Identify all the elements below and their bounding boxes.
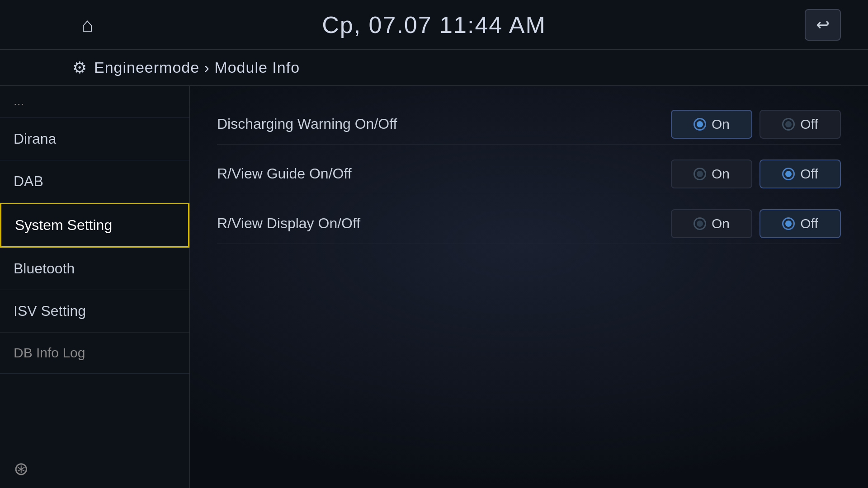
discharging-warning-label: Discharging Warning On/Off: [217, 116, 671, 132]
rview-display-off-button[interactable]: Off: [760, 209, 841, 238]
discharging-warning-off-label: Off: [800, 117, 818, 132]
discharging-warning-on-label: On: [712, 117, 730, 132]
sidebar-item-bluetooth[interactable]: Bluetooth: [0, 248, 189, 290]
rview-display-on-radio: [693, 217, 706, 230]
discharging-warning-on-button[interactable]: On: [671, 110, 752, 139]
discharging-warning-row: Discharging Warning On/Off On Off: [217, 104, 841, 145]
rview-guide-row: R/View Guide On/Off On Off: [217, 154, 841, 194]
rview-display-row: R/View Display On/Off On Off: [217, 203, 841, 244]
sidebar-item-system-setting[interactable]: System Setting: [0, 203, 189, 248]
rview-display-off-radio: [782, 217, 795, 230]
main-content: ··· Dirana DAB System Setting Bluetooth …: [0, 86, 868, 488]
breadcrumb: Engineermode › Module Info: [94, 59, 300, 76]
rview-display-off-label: Off: [800, 216, 818, 231]
top-bar: ⌂ Cp, 07.07 11:44 AM ↩: [0, 0, 868, 50]
sidebar: ··· Dirana DAB System Setting Bluetooth …: [0, 86, 190, 488]
gear-icon: ⚙: [72, 58, 87, 77]
discharging-warning-radio-group: On Off: [671, 110, 841, 139]
discharging-warning-off-radio: [782, 118, 795, 131]
rview-display-on-label: On: [712, 216, 730, 231]
discharging-warning-off-button[interactable]: Off: [760, 110, 841, 139]
rview-guide-on-button[interactable]: On: [671, 160, 752, 188]
rview-guide-radio-group: On Off: [671, 160, 841, 188]
sidebar-item-dirana[interactable]: Dirana: [0, 118, 189, 160]
bottom-left-icon: ⊛: [14, 458, 29, 479]
home-button[interactable]: ⌂: [81, 14, 94, 36]
sidebar-item-dab[interactable]: DAB: [0, 160, 189, 203]
sidebar-item-isv-setting[interactable]: ISV Setting: [0, 290, 189, 333]
discharging-warning-on-radio: [693, 118, 706, 131]
home-icon: ⌂: [81, 14, 94, 36]
back-arrow-icon: ↩: [816, 15, 830, 34]
rview-guide-off-button[interactable]: Off: [760, 160, 841, 188]
rview-display-radio-group: On Off: [671, 209, 841, 238]
rview-guide-off-radio: [782, 168, 795, 180]
rview-guide-on-radio: [693, 168, 706, 180]
rview-guide-off-label: Off: [800, 166, 818, 182]
rview-display-on-button[interactable]: On: [671, 209, 752, 238]
sidebar-item-db-info-log[interactable]: DB Info Log: [0, 333, 189, 374]
breadcrumb-bar: ⚙ Engineermode › Module Info: [0, 50, 868, 86]
sidebar-item-partial-top[interactable]: ···: [0, 90, 189, 118]
rview-guide-label: R/View Guide On/Off: [217, 165, 671, 182]
rview-display-label: R/View Display On/Off: [217, 215, 671, 232]
settings-panel: Discharging Warning On/Off On Off R/View…: [190, 86, 868, 488]
back-button[interactable]: ↩: [805, 9, 841, 41]
datetime-display: Cp, 07.07 11:44 AM: [322, 11, 546, 38]
rview-guide-on-label: On: [712, 166, 730, 182]
